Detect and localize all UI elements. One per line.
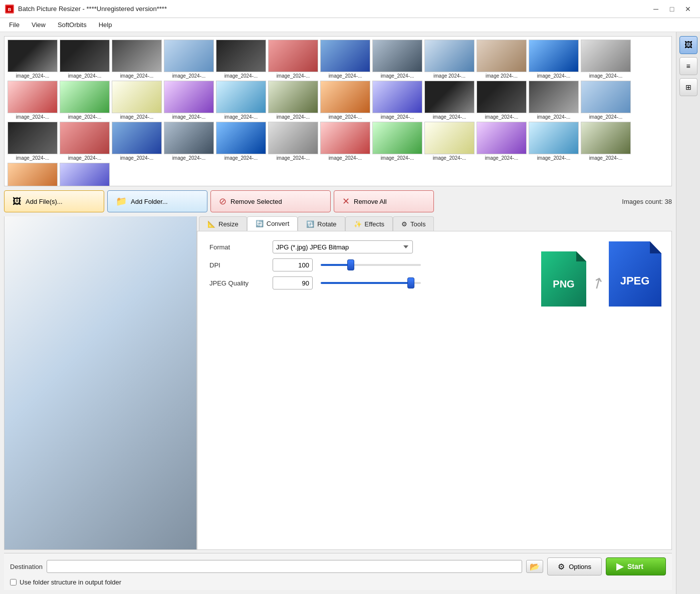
list-item[interactable]: image 2024-... <box>424 40 475 79</box>
list-item[interactable]: image_2024-... <box>216 81 266 120</box>
list-item[interactable]: image_2024-... <box>112 40 162 79</box>
close-button[interactable]: ✕ <box>681 4 695 15</box>
thumbnail-image <box>164 40 214 72</box>
list-item[interactable]: image_2024-... <box>581 122 631 161</box>
thumbnail-label: image_2024-... <box>268 155 318 161</box>
destination-input[interactable] <box>47 560 522 573</box>
rotate-tab-label: Rotate <box>317 220 336 228</box>
list-item[interactable]: image_2024-... <box>112 81 162 120</box>
list-item[interactable]: image_2024-... <box>424 122 475 161</box>
conversion-arrow-icon: ↗ <box>588 272 607 293</box>
sidebar-thumbnails-button[interactable]: 🖼 <box>679 36 697 54</box>
titlebar: B Batch Picture Resizer - ****Unregister… <box>0 0 700 18</box>
options-button[interactable]: ⚙ Options <box>547 557 602 575</box>
thumbnail-label: image_2024-... <box>320 114 370 120</box>
list-item[interactable]: image_2024-... <box>112 122 162 161</box>
destination-browse-button[interactable]: 📂 <box>526 560 543 573</box>
tab-rotate[interactable]: 🔃 Rotate <box>298 216 345 231</box>
sidebar-list-button[interactable]: ≡ <box>679 57 697 75</box>
thumbnail-image <box>424 40 475 72</box>
add-folder-button[interactable]: 📁 Add Folder... <box>107 190 207 212</box>
add-files-button[interactable]: 🖼 Add File(s)... <box>4 190 104 212</box>
thumbnail-label: image_2024-... <box>164 155 214 161</box>
folder-structure-checkbox[interactable] <box>10 579 17 585</box>
list-item[interactable]: image_2024-... <box>372 81 422 120</box>
start-button[interactable]: ▶ Start <box>606 557 666 575</box>
svg-marker-3 <box>576 251 586 261</box>
jpeg-quality-input[interactable] <box>273 276 313 289</box>
tab-resize[interactable]: 📐 Resize <box>199 216 247 231</box>
start-arrow-icon: ▶ <box>616 561 623 572</box>
thumbnail-image <box>60 81 110 113</box>
list-item[interactable]: image_2024-... <box>268 40 318 79</box>
list-item[interactable]: image_2024-... <box>216 122 266 161</box>
thumbnail-label: image_2024-... <box>529 73 579 79</box>
list-item[interactable]: image_2024-... <box>164 40 214 79</box>
list-item[interactable]: image 2024-... <box>477 40 527 79</box>
thumbnail-label: image_2024-... <box>320 155 370 161</box>
tab-convert[interactable]: 🔄 Convert <box>247 216 298 231</box>
list-item[interactable]: image_2024-... <box>529 81 579 120</box>
list-item[interactable]: image_2024-... <box>581 40 631 79</box>
svg-text:B: B <box>8 7 12 12</box>
main-container: image_2024-... image_2024-... image_2024… <box>0 32 700 594</box>
image-grid[interactable]: image_2024-... image_2024-... image_2024… <box>4 36 672 186</box>
list-item[interactable]: image_2024-... <box>268 122 318 161</box>
source-file-icon: PNG <box>541 251 586 307</box>
thumbnail-label: image_2024-... <box>477 114 527 120</box>
list-item[interactable]: image_2024-... <box>164 81 214 120</box>
menu-view[interactable]: View <box>27 20 51 30</box>
list-item[interactable]: image_2024-... <box>320 81 370 120</box>
list-item[interactable]: image_2024-... <box>477 122 527 161</box>
list-item[interactable]: image_2024-... <box>529 40 579 79</box>
list-item[interactable]: image_2024-... <box>60 40 110 79</box>
minimize-button[interactable]: ─ <box>649 4 663 15</box>
remove-all-button[interactable]: ✕ Remove All <box>334 190 434 212</box>
list-item[interactable]: image_2024-... <box>60 163 110 186</box>
menu-help[interactable]: Help <box>94 20 117 30</box>
list-item[interactable]: image_2024-... <box>8 163 58 186</box>
list-item[interactable]: image_2024-... <box>424 81 475 120</box>
maximize-button[interactable]: □ <box>665 4 679 15</box>
sidebar-grid-button[interactable]: ⊞ <box>679 78 697 96</box>
list-item[interactable]: image_2024-... <box>8 40 58 79</box>
format-select[interactable]: JPG (*.jpg) JPEG BitmapPNG (*.png) Porta… <box>273 240 413 253</box>
list-item[interactable]: image_2024-... <box>8 81 58 120</box>
menu-file[interactable]: File <box>4 20 25 30</box>
thumbnail-label: image_2024-... <box>477 155 527 161</box>
list-item[interactable]: image_2024-... <box>372 122 422 161</box>
menu-softorbits[interactable]: SoftOrbits <box>53 20 92 30</box>
add-files-label: Add File(s)... <box>26 198 63 205</box>
dpi-slider-track[interactable] <box>321 264 421 266</box>
jpeg-quality-slider-track[interactable] <box>321 282 421 284</box>
thumbnail-label: image_2024-... <box>8 114 58 120</box>
thumbnail-image <box>372 40 422 72</box>
remove-selected-button[interactable]: ⊘ Remove Selected <box>210 190 331 212</box>
dpi-input[interactable] <box>273 258 313 271</box>
thumbnail-image <box>320 40 370 72</box>
list-item[interactable]: image_2024-... <box>581 81 631 120</box>
thumbnail-label: image_2024-... <box>60 114 110 120</box>
list-item[interactable]: image_2024-... <box>8 122 58 161</box>
list-item[interactable]: image_2024-... <box>60 81 110 120</box>
tab-effects[interactable]: ✨ Effects <box>345 216 393 231</box>
list-item[interactable]: image_2024-... <box>60 122 110 161</box>
thumbnail-label: image_2024-... <box>112 114 162 120</box>
list-item[interactable]: image_2024-... <box>216 40 266 79</box>
thumbnail-label: image_2024-... <box>112 73 162 79</box>
list-item[interactable]: image_2024-... <box>320 122 370 161</box>
browse-icon: 📂 <box>530 562 540 571</box>
list-item[interactable]: image_2024-... <box>320 40 370 79</box>
convert-panel: Format JPG (*.jpg) JPEG BitmapPNG (*.png… <box>197 231 672 550</box>
list-item[interactable]: image_2024-... <box>268 81 318 120</box>
thumbnail-label: image_2024-... <box>268 114 318 120</box>
tab-tools[interactable]: ⚙ Tools <box>393 216 434 231</box>
list-item[interactable]: image_2024-... <box>529 122 579 161</box>
list-item[interactable]: image_2024-... <box>372 40 422 79</box>
thumbnail-image <box>477 122 527 154</box>
list-item[interactable]: image_2024-... <box>477 81 527 120</box>
conversion-icons: PNG ↗ <box>541 241 661 307</box>
toolbar-row: 🖼 Add File(s)... 📁 Add Folder... ⊘ Remov… <box>4 189 672 213</box>
thumbnail-image <box>8 40 58 72</box>
list-item[interactable]: image_2024-... <box>164 122 214 161</box>
